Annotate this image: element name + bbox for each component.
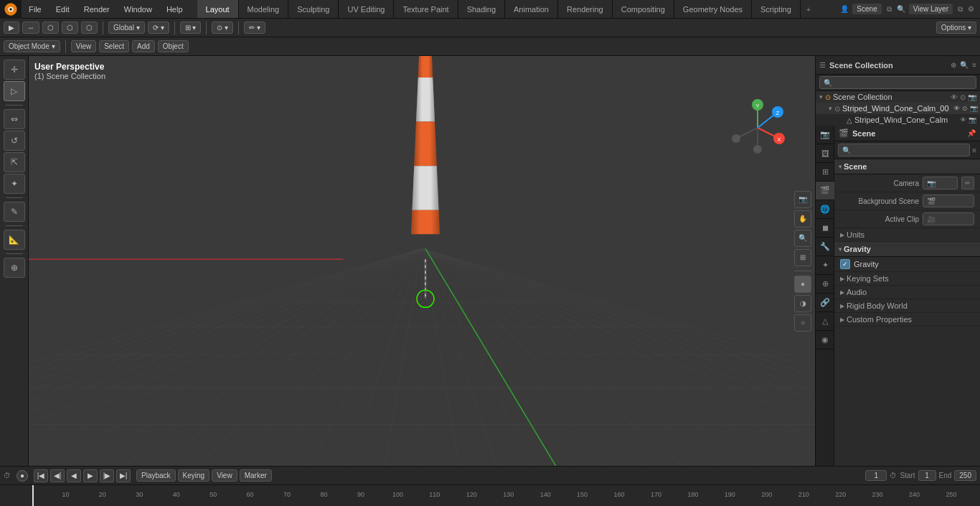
viewport-3d[interactable]: User Perspective (1) Scene Collection 📷 …	[29, 56, 815, 466]
viewport-camera-btn[interactable]: 📷	[794, 191, 811, 208]
step-back-btn[interactable]: ◀|	[50, 469, 65, 482]
custom-properties-toggle[interactable]: ▶ Custom Properties	[834, 313, 980, 327]
gravity-section-toggle[interactable]: ▾ Gravity	[834, 242, 980, 257]
cursor-tool[interactable]: ✛	[4, 60, 25, 80]
prop-tab-physics[interactable]: ⊕	[816, 275, 834, 294]
snap-btn[interactable]: ⊞ ▾	[180, 22, 202, 34]
transform-orientation[interactable]: Global ▾	[108, 22, 145, 34]
icon-btn-1[interactable]: ⬡	[42, 22, 59, 34]
camera-edit-btn[interactable]: ✏	[961, 177, 974, 189]
eye-icon-0[interactable]: 👁	[953, 105, 960, 112]
gizmo-widget[interactable]: Y X Z	[729, 99, 786, 156]
tab-scripting[interactable]: Scripting	[752, 0, 801, 18]
menu-render[interactable]: Render	[77, 0, 117, 18]
play-btn[interactable]: ▶	[83, 469, 98, 482]
units-section-toggle[interactable]: ▶ Units	[834, 228, 980, 242]
prop-tab-particles[interactable]: ✦	[816, 256, 834, 275]
tab-shading[interactable]: Shading	[458, 0, 505, 18]
tab-texture-paint[interactable]: Texture Paint	[394, 0, 458, 18]
scale-tool[interactable]: ⇱	[4, 152, 25, 172]
prop-tab-material[interactable]: ◉	[816, 331, 834, 350]
icon-btn-3[interactable]: ⬡	[81, 22, 98, 34]
move-btn[interactable]: ↔	[22, 22, 39, 34]
annotate-tool[interactable]: ✎	[4, 202, 25, 222]
annotation-btn[interactable]: ✏ ▾	[244, 22, 265, 34]
object-mode-btn[interactable]: Object Mode ▾	[4, 40, 60, 52]
select-icon-0[interactable]: ⊙	[962, 105, 968, 112]
rotate-tool[interactable]: ↺	[4, 131, 25, 151]
select-tool[interactable]: ▷	[4, 81, 25, 101]
transform-tool[interactable]: ✦	[4, 174, 25, 194]
tab-rendering[interactable]: Rendering	[558, 0, 613, 18]
tab-sculpting[interactable]: Sculpting	[288, 0, 339, 18]
menu-window[interactable]: Window	[117, 0, 159, 18]
keying-btn[interactable]: Keying	[178, 469, 210, 482]
viewport-shading-solid[interactable]: ●	[794, 276, 811, 293]
keying-sets-toggle[interactable]: ▶ Keying Sets	[834, 272, 980, 286]
view-btn[interactable]: View	[212, 469, 237, 482]
eye-icon-1[interactable]: 👁	[960, 116, 966, 123]
prop-tab-constraints[interactable]: 🔗	[816, 294, 834, 312]
outliner-sort-icon[interactable]: ≡	[972, 61, 976, 69]
add-menu-btn[interactable]: Add	[132, 40, 155, 52]
scene-selector[interactable]: Scene	[852, 4, 881, 14]
move-tool[interactable]: ⇔	[4, 109, 25, 129]
timeline-ruler[interactable]: 1020304050607080901001101201301401501601…	[0, 485, 980, 506]
viewport-zoom-btn[interactable]: 🔍	[794, 230, 811, 247]
play-back-btn[interactable]: ◀	[67, 469, 81, 482]
tab-geometry-nodes[interactable]: Geometry Nodes	[674, 0, 752, 18]
playback-btn[interactable]: Playback	[136, 469, 176, 482]
jump-start-btn[interactable]: |◀	[34, 469, 48, 482]
record-btn[interactable]: ●	[17, 470, 28, 482]
rigid-body-world-toggle[interactable]: ▶ Rigid Body World	[834, 299, 980, 313]
active-clip-value[interactable]: 🎥	[923, 212, 974, 225]
tab-compositing[interactable]: Compositing	[613, 0, 674, 18]
menu-file[interactable]: File	[22, 0, 49, 18]
menu-edit[interactable]: Edit	[49, 0, 77, 18]
menu-help[interactable]: Help	[159, 0, 190, 18]
outliner-scene-collection[interactable]: ▾ ⊙ Scene Collection 👁 ⊙ 📷	[816, 91, 980, 103]
tab-modeling[interactable]: Modeling	[239, 0, 289, 18]
outliner-filter-icon[interactable]: ⊕	[951, 61, 956, 69]
prop-tab-object[interactable]: ◼	[816, 219, 834, 238]
select-menu-btn[interactable]: Select	[99, 40, 129, 52]
audio-toggle[interactable]: ▶ Audio	[834, 286, 980, 299]
proportional-edit-btn[interactable]: ⊙ ▾	[212, 22, 233, 34]
timeline-icon[interactable]: ⏱	[4, 472, 11, 479]
background-scene-value[interactable]: 🎬	[923, 195, 974, 207]
measure-tool[interactable]: 📐	[4, 230, 25, 250]
render-icon-1[interactable]: 📷	[969, 116, 976, 123]
view-menu-btn[interactable]: View	[71, 40, 97, 52]
hide-icon-collection[interactable]: ⊙	[960, 93, 966, 101]
outliner-search-icon[interactable]: 🔍	[960, 61, 969, 69]
props-pin-icon[interactable]: 📌	[967, 129, 976, 137]
view-layer-selector[interactable]: View Layer	[909, 4, 953, 14]
mode-toggle-btn[interactable]: ▶	[4, 22, 19, 34]
prop-tab-scene[interactable]: 🎬	[816, 182, 834, 200]
prop-tab-data[interactable]: △	[816, 312, 834, 331]
props-filter-icon[interactable]: ≡	[972, 146, 976, 154]
object-menu-btn[interactable]: Object	[158, 40, 189, 52]
props-search-input[interactable]	[838, 144, 970, 156]
prop-tab-viewlayer[interactable]: ⊞	[816, 163, 834, 182]
prop-tab-output[interactable]: 🖼	[816, 144, 834, 163]
outliner-item-1[interactable]: △ Striped_Wind_Cone_Calm 👁 📷	[816, 114, 980, 126]
frame-end[interactable]: 250	[954, 470, 976, 481]
tab-layout[interactable]: Layout	[197, 0, 239, 18]
eye-icon-collection[interactable]: 👁	[951, 93, 958, 101]
tab-uv-editing[interactable]: UV Editing	[339, 0, 394, 18]
viewport-hand-btn[interactable]: ✋	[794, 210, 811, 228]
gravity-checkbox[interactable]: ✓	[840, 259, 850, 269]
frame-start[interactable]: 1	[918, 470, 936, 481]
step-fwd-btn[interactable]: |▶	[100, 469, 114, 482]
jump-end-btn[interactable]: ▶|	[116, 469, 131, 482]
viewport-shading-mat[interactable]: ◑	[794, 295, 811, 312]
viewport-shading-render[interactable]: ○	[794, 314, 811, 332]
render-icon-0[interactable]: 📷	[970, 105, 978, 112]
camera-value[interactable]: 📷	[923, 177, 958, 189]
add-tool[interactable]: ⊕	[4, 258, 25, 278]
marker-btn[interactable]: Marker	[240, 469, 272, 482]
current-frame[interactable]: 1	[865, 470, 887, 481]
prop-tab-render[interactable]: 📷	[816, 126, 834, 144]
viewport-grid-btn[interactable]: ⊞	[794, 249, 811, 266]
